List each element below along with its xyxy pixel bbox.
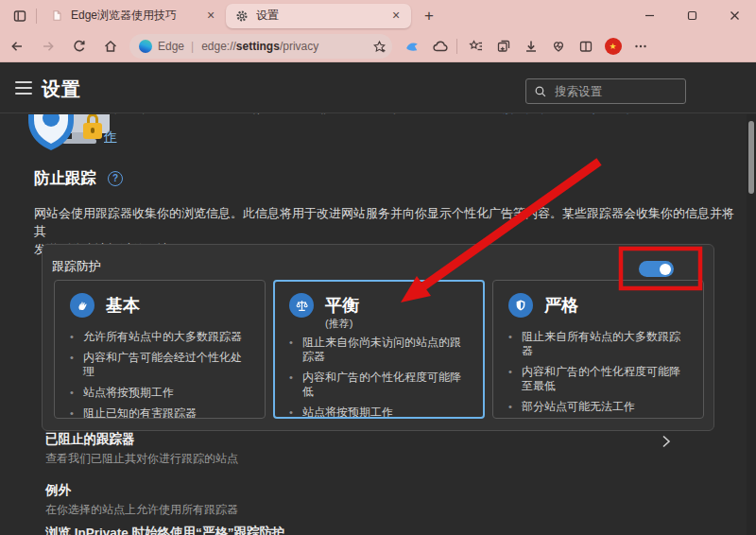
tab-bar: Edge浏览器使用技巧 × 设置 × + — [0, 0, 756, 31]
tab-close-icon[interactable]: × — [388, 9, 404, 24]
exceptions-subtitle: 在你选择的站点上允许使用所有跟踪器 — [45, 502, 238, 518]
recommended-badge: (推荐) — [325, 318, 359, 329]
privacy-learn-more-link-2[interactable]: 作 — [104, 129, 117, 144]
page-title: 设置 — [42, 77, 81, 102]
edge-browser-window: Edge浏览器使用技巧 × 设置 × + Edge | edge://setti… — [0, 0, 756, 535]
tracking-level-cards: 基本 •允许所有站点中的大多数跟踪器 •内容和广告可能会经过个性化处理 •站点将… — [54, 280, 704, 419]
minimize-button[interactable] — [628, 0, 671, 31]
home-icon — [103, 39, 118, 54]
card-basic[interactable]: 基本 •允许所有站点中的大多数跟踪器 •内容和广告可能会经过个性化处理 •站点将… — [54, 280, 266, 419]
tab-actions-menu-button[interactable] — [8, 6, 32, 26]
privacy-illustration — [28, 114, 115, 156]
settings-menu-button[interactable] — [627, 34, 653, 60]
help-icon[interactable]: ? — [108, 171, 123, 186]
gear-icon — [235, 9, 249, 23]
tab-settings[interactable]: 设置 × — [226, 4, 411, 28]
bullet-item: •站点将按预期工作 — [289, 406, 471, 419]
split-screen-icon — [578, 39, 593, 54]
card-strict[interactable]: 严格 •阻止来自所有站点的大多数跟踪器 •内容和广告的个性化程度可能降至最低 •… — [492, 280, 704, 419]
bird-extension-button[interactable] — [400, 34, 425, 60]
toggle-knob — [660, 264, 671, 275]
bullet-item: •内容和广告的个性化程度可能降至最低 — [508, 365, 690, 393]
favorites-star-icon — [469, 39, 484, 54]
scrollbar-thumb[interactable] — [748, 121, 754, 194]
forward-button[interactable] — [34, 33, 62, 60]
blocked-trackers-row[interactable]: 已阻止的跟踪器 — [45, 431, 135, 448]
profile-avatar-button[interactable]: ★ — [600, 34, 626, 60]
browser-essentials-button[interactable] — [545, 34, 571, 60]
inprivate-strict-row-partial: 浏览 InPrivate 时始终使用“严格”跟踪防护 — [45, 525, 285, 535]
section-title: 防止跟踪 — [34, 168, 96, 189]
back-icon — [9, 39, 25, 54]
minimize-icon — [644, 10, 655, 21]
collections-icon — [496, 39, 511, 54]
card-title: 基本 — [106, 293, 140, 318]
shield-icon — [508, 293, 533, 318]
back-button[interactable] — [3, 33, 31, 60]
tracking-prevention-heading-row: 防止跟踪 ? — [34, 168, 123, 189]
tab-close-icon[interactable]: × — [203, 9, 218, 24]
bullet-item: •允许所有站点中的大多数跟踪器 — [70, 330, 251, 344]
page-favicon-icon — [50, 9, 63, 23]
close-icon — [730, 10, 740, 21]
heart-pulse-icon — [551, 39, 566, 54]
new-tab-button[interactable]: + — [417, 5, 441, 27]
card-bullet-list: •阻止来自你尚未访问的站点的跟踪器 •内容和广告的个性化程度可能降低 •站点将按… — [289, 336, 471, 419]
china-flag-avatar: ★ — [605, 38, 622, 55]
blocked-trackers-subtitle: 查看我们已阻止其对你进行跟踪的站点 — [45, 451, 238, 467]
refresh-icon — [72, 39, 87, 54]
bullet-item: •内容和广告可能会经过个性化处理 — [70, 351, 251, 379]
address-bar[interactable]: Edge | edge://settings/privacy — [129, 34, 392, 59]
tab-title: 设置 — [256, 8, 388, 24]
settings-search-box[interactable] — [525, 78, 686, 104]
tracking-protection-toggle[interactable] — [639, 261, 674, 277]
card-bullet-list: •阻止来自所有站点的大多数跟踪器 •内容和广告的个性化程度可能降至最低 •部分站… — [508, 330, 690, 419]
description-line: 网站会使用跟踪器收集你的浏览信息。此信息将用于改进网站服务并向你显示个性化广告等… — [34, 204, 738, 240]
bullet-item: •阻止已知的有害跟踪器 — [70, 406, 251, 419]
menu-hamburger-button[interactable] — [15, 81, 32, 95]
card-bullet-list: •允许所有站点中的大多数跟踪器 •内容和广告可能会经过个性化处理 •站点将按预期… — [70, 330, 251, 419]
url-text: edge://settings/privacy — [201, 40, 372, 53]
window-controls — [628, 0, 756, 31]
settings-header: 设置 — [0, 62, 756, 113]
bullet-item: •部分站点可能无法工作 — [508, 400, 690, 414]
close-window-button[interactable] — [713, 0, 756, 31]
tab-edge-tips[interactable]: Edge浏览器使用技巧 × — [41, 4, 226, 28]
search-icon — [534, 85, 547, 98]
padlock-keyhole — [91, 128, 94, 133]
navigation-toolbar: Edge | edge://settings/privacy ★ — [0, 31, 756, 62]
add-favorite-icon[interactable] — [372, 40, 387, 54]
bullet-item: •内容和广告的个性化程度可能降低 — [289, 371, 471, 399]
exceptions-row[interactable]: 例外 — [45, 482, 71, 499]
tab-separator — [36, 9, 37, 24]
extensions-area: ★ — [398, 34, 653, 60]
maximize-button[interactable] — [671, 0, 713, 31]
extension-button[interactable] — [427, 34, 453, 60]
bullet-item: •站点将按预期工作 — [70, 386, 251, 400]
scales-icon — [289, 293, 314, 318]
bullet-item: •阻止来自你尚未访问的站点的跟踪器 — [289, 336, 471, 364]
more-dots-icon — [633, 39, 648, 54]
toggle-label: 跟踪防护 — [52, 258, 101, 275]
collections-button[interactable] — [490, 34, 516, 60]
bullet-item: •阻止来自所有站点的大多数跟踪器 — [508, 330, 690, 358]
card-balanced-selected[interactable]: 平衡 (推荐) •阻止来自你尚未访问的站点的跟踪器 •内容和广告的个性化程度可能… — [273, 280, 485, 419]
card-title: 平衡 — [325, 293, 359, 318]
forward-icon — [41, 39, 56, 54]
site-name: Edge — [158, 40, 184, 53]
refresh-button[interactable] — [65, 33, 94, 60]
tab-title: Edge浏览器使用技巧 — [71, 8, 203, 24]
chevron-right-icon[interactable] — [661, 434, 672, 453]
home-button[interactable] — [96, 33, 125, 60]
shield-graphic — [28, 114, 77, 156]
url-separator: | — [191, 40, 194, 53]
maximize-icon — [687, 10, 697, 21]
extension-icon — [433, 39, 448, 54]
tab-actions-icon — [12, 9, 27, 24]
split-screen-button[interactable] — [573, 34, 598, 60]
toolbar-separator — [456, 39, 457, 54]
downloads-button[interactable] — [518, 34, 543, 60]
favorites-button[interactable] — [463, 34, 489, 60]
card-title: 严格 — [544, 293, 578, 318]
search-input[interactable] — [555, 85, 668, 98]
